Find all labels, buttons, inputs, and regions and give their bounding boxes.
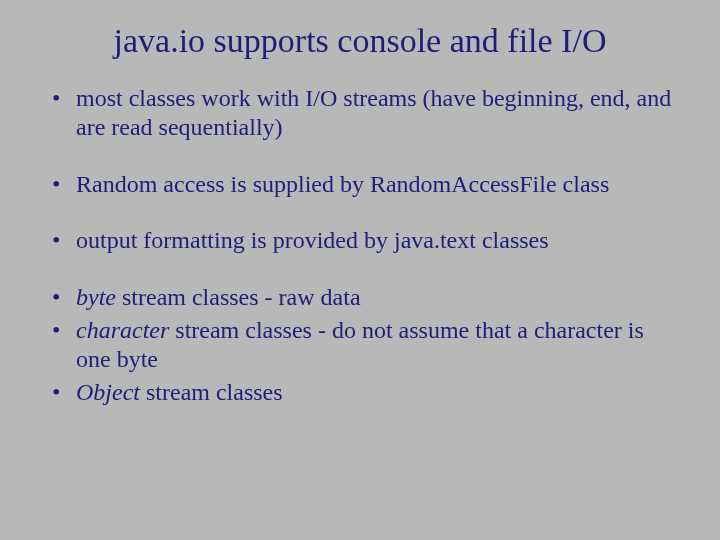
- list-item: byte stream classes - raw data: [48, 283, 680, 312]
- bullet-text: stream classes - raw data: [116, 284, 361, 310]
- bullet-italic: character: [76, 317, 169, 343]
- list-item: Object stream classes: [48, 378, 680, 407]
- bullet-italic: Object: [76, 379, 140, 405]
- bullet-text: output formatting is provided by java.te…: [76, 227, 549, 253]
- slide-title: java.io supports console and file I/O: [40, 22, 680, 60]
- bullet-italic: byte: [76, 284, 116, 310]
- list-item: output formatting is provided by java.te…: [48, 226, 680, 255]
- list-item: character stream classes - do not assume…: [48, 316, 680, 374]
- list-item: Random access is supplied by RandomAcces…: [48, 170, 680, 199]
- bullet-text: stream classes: [140, 379, 283, 405]
- list-item: most classes work with I/O streams (have…: [48, 84, 680, 142]
- bullet-text: Random access is supplied by RandomAcces…: [76, 171, 609, 197]
- bullet-text: most classes work with I/O streams (have…: [76, 85, 671, 140]
- bullet-list: most classes work with I/O streams (have…: [40, 84, 680, 406]
